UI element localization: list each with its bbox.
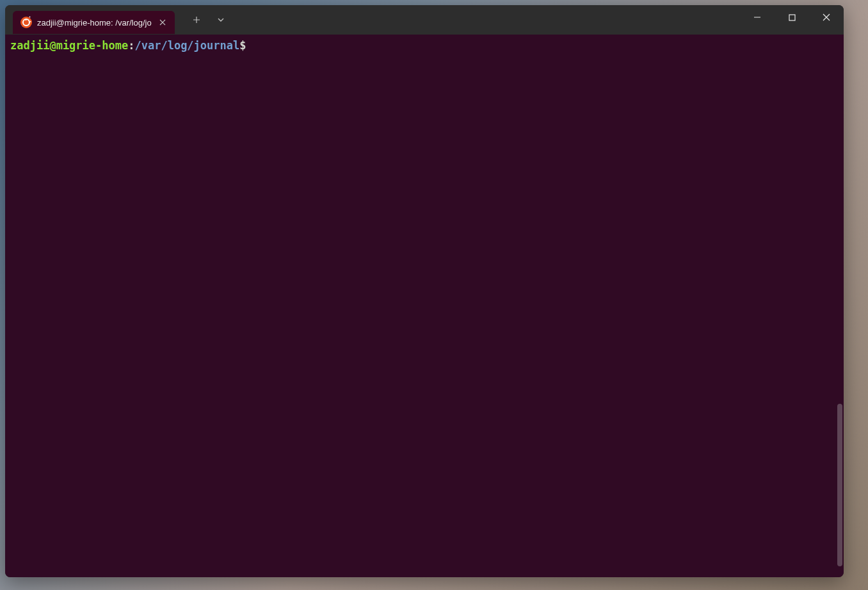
terminal-window: zadjii@migrie-home: /var/log/jo [5,5,844,577]
close-icon [823,13,830,21]
chevron-down-icon [217,17,225,22]
prompt-separator: : [128,38,134,52]
close-icon [159,19,166,26]
prompt-user-host: zadjii@migrie-home [10,38,128,52]
svg-rect-0 [789,15,795,20]
minimize-icon [753,13,761,21]
minimize-button[interactable] [740,5,775,29]
tab-title: zadjii@migrie-home: /var/log/jo [37,18,152,28]
tab-actions [186,10,231,30]
titlebar[interactable]: zadjii@migrie-home: /var/log/jo [5,5,844,35]
scrollbar-thumb[interactable] [837,404,842,566]
window-controls [740,5,844,35]
close-window-button[interactable] [809,5,844,29]
tab-dropdown-button[interactable] [211,10,231,30]
prompt-path: /var/log/journal [134,38,239,52]
prompt-line: zadjii@migrie-home:/var/log/journal$ [10,38,839,52]
tab-close-button[interactable] [157,17,168,28]
terminal-viewport[interactable]: zadjii@migrie-home:/var/log/journal$ [5,35,844,577]
tab-active[interactable]: zadjii@migrie-home: /var/log/jo [13,11,175,34]
new-tab-button[interactable] [186,10,207,30]
maximize-icon [789,14,796,21]
plus-icon [193,16,200,24]
scrollbar[interactable] [836,35,844,577]
ubuntu-icon [20,17,32,28]
tab-strip: zadjii@migrie-home: /var/log/jo [5,5,231,35]
prompt-symbol: $ [239,38,246,52]
maximize-button[interactable] [775,5,809,29]
